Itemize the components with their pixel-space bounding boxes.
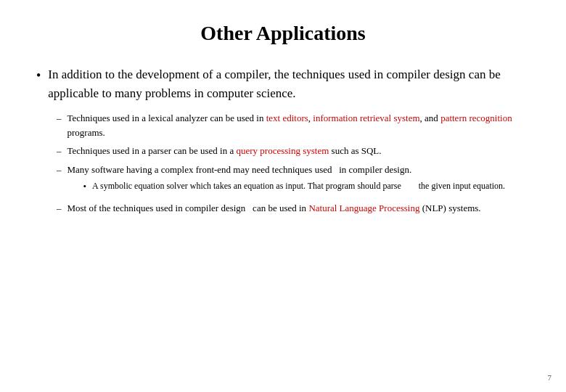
- page-number: 7: [548, 373, 552, 382]
- sub-sub-dot: •: [83, 179, 87, 194]
- red-text-qps: query processing system: [237, 145, 329, 156]
- bullet-dot: •: [36, 66, 41, 85]
- sub-bullet-text-2: Techniques used in a parser can be used …: [67, 144, 382, 158]
- sub-bullet-text-4: Most of the techniques used in compiler …: [67, 201, 481, 216]
- slide-content: • In addition to the development of a co…: [36, 65, 530, 216]
- dash-3: –: [57, 163, 62, 177]
- dash-1: –: [57, 112, 62, 126]
- sub-bullets: – Techniques used in a lexical analyzer …: [57, 111, 530, 216]
- dash-2: –: [57, 144, 62, 158]
- sub-sub-bullet-1: • A symbolic equation solver which takes…: [83, 179, 506, 194]
- slide-container: Other Applications • In addition to the …: [0, 0, 566, 392]
- sub-bullet-4: – Most of the techniques used in compile…: [57, 201, 530, 216]
- red-text-editors: text editors: [266, 113, 308, 123]
- sub-bullet-3: – Many software having a complex front-e…: [57, 163, 530, 197]
- sub-sub-text-1: A symbolic equation solver which takes a…: [92, 179, 505, 192]
- red-text-irs: information retrieval system: [313, 113, 419, 123]
- sub-bullet-text-3: Many software having a complex front-end…: [67, 163, 506, 197]
- red-text-nlp: Natural Language Processing: [308, 203, 419, 213]
- sub-sub-bullets: • A symbolic equation solver which takes…: [83, 179, 506, 194]
- slide-title: Other Applications: [36, 22, 530, 45]
- sub-bullet-text-1: Techniques used in a lexical analyzer ca…: [67, 111, 530, 139]
- red-text-pattern: pattern recognition: [440, 113, 512, 123]
- sub-bullet-1: – Techniques used in a lexical analyzer …: [57, 111, 530, 139]
- dash-4: –: [57, 202, 62, 216]
- main-bullet-text: In addition to the development of a comp…: [48, 65, 530, 102]
- main-bullet: • In addition to the development of a co…: [36, 65, 530, 102]
- sub-bullet-2: – Techniques used in a parser can be use…: [57, 144, 530, 158]
